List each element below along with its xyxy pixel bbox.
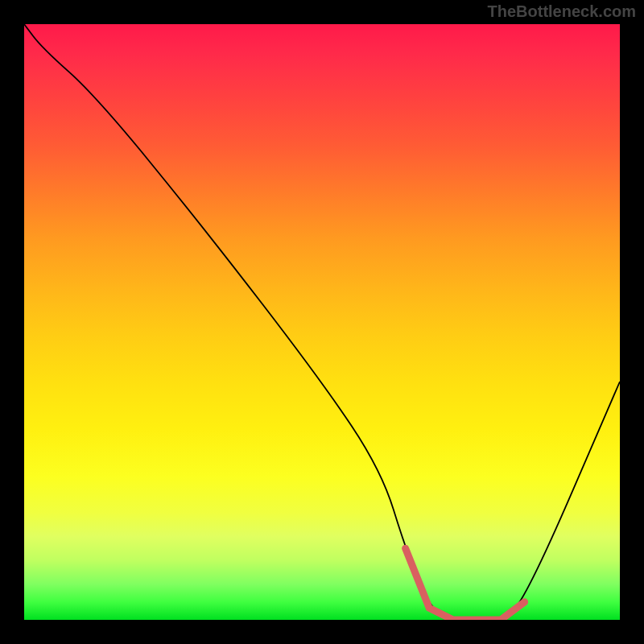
plot-area [24,24,620,620]
watermark-text: TheBottleneck.com [488,2,636,21]
optimal-range-highlight [406,548,525,620]
bottleneck-curve-line [24,24,620,620]
chart-svg [24,24,620,620]
